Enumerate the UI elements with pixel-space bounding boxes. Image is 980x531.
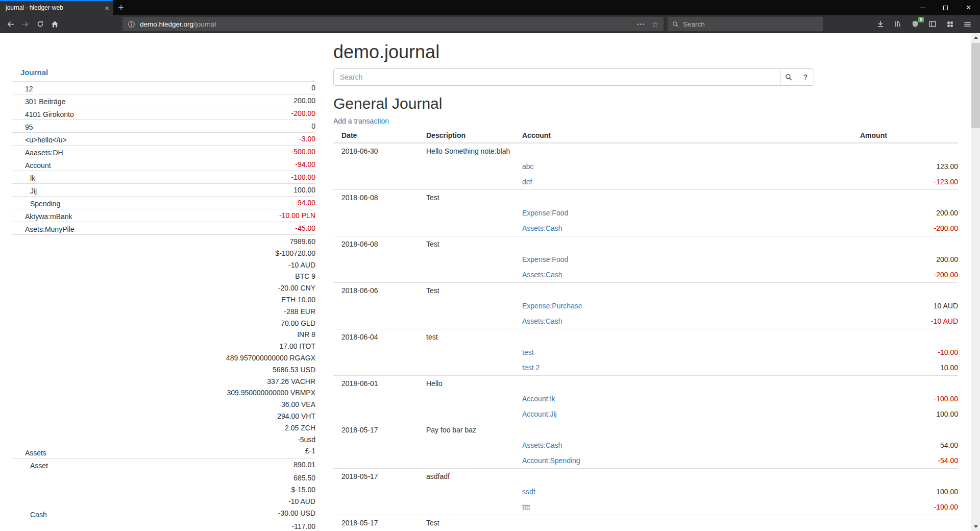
sidebar-account-row: Aktywa:mBank-10.00 PLN — [12, 209, 315, 222]
sidebar-account-link[interactable]: Aaasets:DH — [25, 149, 63, 157]
posting-account-link[interactable]: tttt — [522, 503, 530, 511]
transactions-table-body: 2018-06-30Hello Something note:blahabc12… — [333, 143, 958, 530]
downloads-button[interactable] — [875, 19, 886, 29]
posting-account-link[interactable]: ssdf — [522, 488, 535, 496]
posting-account-link[interactable]: Expense:Purchase — [522, 302, 582, 310]
sidebar-account-link[interactable]: 301 Beiträge — [25, 98, 65, 106]
balance-amount: 5686.53 USD — [136, 364, 315, 376]
transaction-row[interactable]: 2018-05-17Test — [333, 515, 958, 531]
sidebar-account-link[interactable]: lk — [30, 174, 35, 182]
add-transaction-link[interactable]: Add a transaction — [333, 116, 389, 126]
navigation-toolbar: demo.hledger.org/journal ••• ☆ Search 0 — [0, 15, 980, 33]
sidebar-account-link[interactable]: 4101 Girokonto — [25, 110, 74, 118]
posting-account-link[interactable]: Expense:Food — [522, 255, 568, 263]
balance-amount: 17.00 ITOT — [136, 341, 315, 352]
balance-amount: INR 8 — [136, 329, 315, 341]
forward-button[interactable] — [18, 17, 33, 31]
sidebar-account-balance: 200.00 — [136, 94, 315, 107]
reload-button[interactable] — [33, 17, 47, 31]
balance-amount: -94.00 — [136, 159, 315, 170]
sidebar-account-link[interactable]: Asets:MunyPile — [25, 225, 74, 233]
active-tab-accent — [0, 0, 113, 1]
sidebar-journal-link[interactable]: Journal — [20, 68, 48, 77]
sidebar-account-link[interactable]: Assets — [25, 449, 46, 457]
posting-account-link[interactable]: abc — [522, 162, 534, 171]
posting-account-link[interactable]: def — [522, 178, 532, 186]
journal-search-input[interactable] — [333, 68, 780, 86]
sidebar-account-balance: -94.00 — [136, 197, 315, 209]
library-icon — [894, 20, 902, 28]
sidebar-account-link[interactable]: <u>hello</u> — [25, 136, 67, 144]
journal-search-button[interactable] — [780, 68, 797, 86]
transaction-row[interactable]: 2018-06-08Test — [333, 236, 958, 252]
bookmark-star-icon[interactable]: ☆ — [652, 20, 658, 28]
posting-amount: -200.00 — [856, 221, 958, 236]
transaction-description: Test — [422, 283, 518, 299]
posting-amount: -10.00 — [856, 345, 958, 360]
posting-account-link[interactable]: Expense:Food — [522, 209, 568, 217]
sidebar-account-row: -117.00 — [12, 520, 315, 531]
posting-account-link[interactable]: test 2 — [522, 364, 540, 372]
apps-grid-button[interactable] — [945, 19, 955, 29]
sidebar-account-link[interactable]: 12 — [25, 85, 33, 93]
page-actions-icon[interactable]: ••• — [637, 21, 646, 27]
sidebar-account-row: 4101 Girokonto-200.00 — [12, 107, 315, 120]
transaction-row[interactable]: 2018-06-30Hello Something note:blah — [333, 143, 958, 159]
search-help-button[interactable]: ? — [797, 68, 814, 86]
scrollbar-thumb[interactable] — [971, 43, 980, 128]
window-close-button[interactable]: × — [957, 0, 980, 15]
posting-account-link[interactable]: Assets:Cash — [522, 224, 562, 232]
library-button[interactable] — [893, 19, 903, 29]
balance-amount: 685.50 — [136, 472, 315, 484]
scrollbar-up-button[interactable] — [971, 33, 980, 42]
window-maximize-button[interactable] — [934, 0, 957, 15]
posting-account-link[interactable]: Assets:Cash — [522, 441, 562, 449]
site-info-icon[interactable] — [128, 20, 135, 28]
transaction-description: Test — [422, 515, 518, 531]
sidebar-account-link[interactable]: Cash — [30, 511, 47, 519]
sidebar-account-link[interactable]: 95 — [25, 123, 33, 131]
posting-account-link[interactable]: Account:Spending — [522, 456, 580, 465]
sidebar-account-link[interactable]: Asset — [30, 462, 48, 470]
transaction-row[interactable]: 2018-06-04test — [333, 329, 958, 345]
posting-account-link[interactable]: Assets:Cash — [522, 317, 562, 325]
sidebar-account-balance: -45.00 — [136, 222, 315, 235]
sidebar-toggle-button[interactable] — [927, 19, 938, 29]
extension-button[interactable]: 0 — [910, 19, 920, 29]
scrollbar-down-button[interactable] — [971, 522, 980, 531]
transaction-row[interactable]: 2018-06-06Test — [333, 283, 958, 299]
sidebar-account-row: Asset890.01 — [12, 458, 315, 471]
sidebar-account-link[interactable]: Spending — [30, 200, 60, 208]
posting-row: Assets:Cash-200.00 — [333, 221, 958, 236]
posting-amount: -10 AUD — [856, 313, 958, 329]
home-button[interactable] — [47, 17, 62, 31]
browser-tab[interactable]: journal - hledger-web × — [0, 0, 113, 15]
window-minimize-button[interactable] — [911, 0, 934, 15]
transaction-row[interactable]: 2018-06-08Test — [333, 190, 958, 206]
back-button[interactable] — [3, 17, 18, 31]
menu-button[interactable] — [962, 19, 972, 29]
url-bar[interactable]: demo.hledger.org/journal ••• ☆ — [122, 17, 664, 31]
transaction-row[interactable]: 2018-06-01Hello — [333, 376, 958, 392]
transaction-row[interactable]: 2018-05-17asdfadf — [333, 469, 958, 485]
posting-account-link[interactable]: Account:Jij — [522, 410, 557, 418]
posting-account-link[interactable]: test — [522, 348, 534, 356]
balance-amount: -45.00 — [136, 223, 315, 233]
sidebar-account-link[interactable]: Account — [25, 161, 51, 170]
transaction-date: 2018-06-06 — [333, 283, 422, 299]
sidebar-account-row: 950 — [12, 120, 315, 133]
new-tab-button[interactable]: + — [113, 0, 129, 15]
transaction-row[interactable]: 2018-05-17Pay foo bar baz — [333, 422, 958, 438]
posting-account-link[interactable]: Assets:Cash — [522, 271, 562, 279]
posting-amount: 200.00 — [856, 205, 958, 221]
tab-close-icon[interactable]: × — [105, 4, 109, 12]
sidebar-account-balance: -10.00 PLN — [136, 209, 315, 222]
accounts-table-body: 120301 Beiträge200.004101 Girokonto-200.… — [12, 82, 315, 531]
transaction-date: 2018-05-17 — [333, 422, 422, 438]
page-scrollbar[interactable] — [971, 33, 980, 531]
browser-search-bar[interactable]: Search — [668, 17, 823, 31]
sidebar-account-link[interactable]: Aktywa:mBank — [25, 212, 72, 221]
sidebar-account-link[interactable]: Jij — [30, 187, 37, 195]
balance-amount: 337.26 VACHR — [136, 376, 315, 388]
posting-account-link[interactable]: Account:lk — [522, 395, 555, 403]
